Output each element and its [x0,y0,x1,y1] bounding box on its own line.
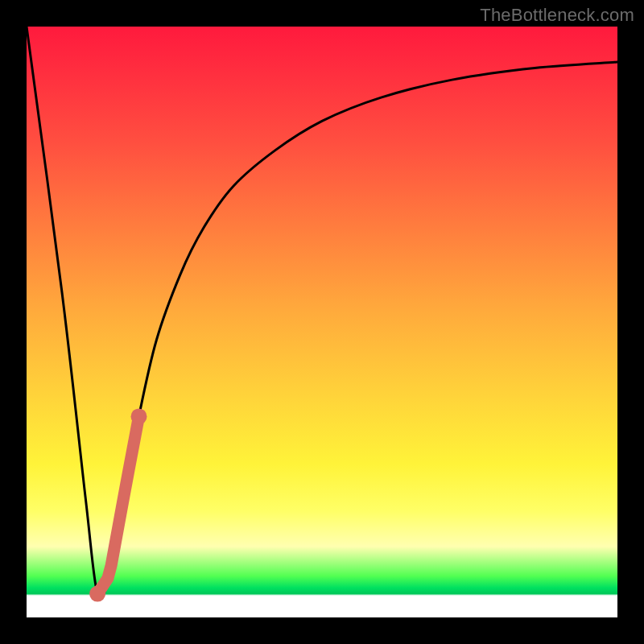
chart-frame: TheBottleneck.com [0,0,644,644]
watermark-text: TheBottleneck.com [480,5,634,26]
highlight-segment [97,416,138,593]
highlight-endpoint-high [131,408,147,424]
chart-svg [27,27,617,617]
highlight-endpoint-low [89,586,105,602]
